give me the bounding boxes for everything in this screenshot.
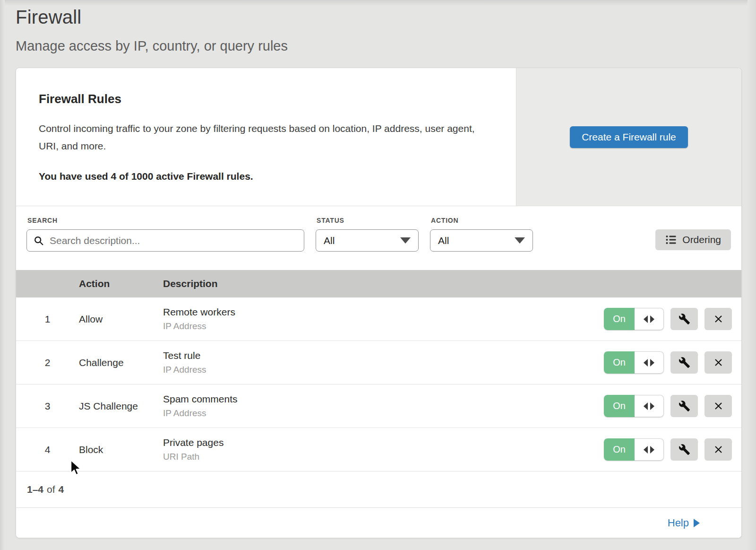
rule-description: Test rule (163, 350, 604, 361)
toggle-on-label: On (604, 438, 635, 461)
rule-match-type: URI Path (163, 452, 604, 462)
window-left-shadow (0, 0, 5, 550)
toggle-on-label: On (604, 308, 635, 330)
table-header: Action Description (16, 270, 741, 297)
window-right-shadow (747, 0, 756, 550)
card-footer: Help (16, 508, 741, 538)
rule-action: Block (79, 444, 163, 455)
edit-rule-button[interactable] (670, 438, 698, 461)
action-column-header: Action (79, 278, 163, 289)
toggle-handle[interactable] (635, 351, 664, 374)
toggle-on-label: On (604, 395, 635, 417)
help-link[interactable]: Help (668, 517, 700, 529)
arrow-right-icon (650, 315, 654, 323)
search-filter-group: SEARCH (26, 217, 304, 252)
table-row: 4 Block Private pages URI Path On (16, 428, 741, 471)
status-filter-group: STATUS All (316, 217, 419, 252)
rule-enabled-toggle[interactable]: On (604, 395, 664, 417)
rule-enabled-toggle[interactable]: On (604, 351, 664, 374)
rule-description-cell: Remote workers IP Address (163, 306, 604, 332)
ordering-button-label: Ordering (682, 234, 721, 245)
pagination: 1–4 of 4 (16, 471, 741, 508)
delete-rule-button[interactable] (704, 395, 732, 417)
chevron-down-icon (515, 237, 525, 244)
arrow-right-icon (650, 446, 654, 454)
close-icon (713, 444, 724, 455)
rule-action: Challenge (79, 357, 163, 368)
page-title: Firewall (16, 7, 756, 28)
search-icon (34, 236, 44, 246)
toggle-handle[interactable] (635, 308, 664, 330)
wrench-icon (679, 313, 690, 325)
page-header: Firewall Manage access by IP, country, o… (0, 0, 756, 54)
rule-controls: On (604, 308, 741, 330)
arrow-right-icon (650, 359, 654, 367)
rule-match-type: IP Address (163, 408, 604, 419)
arrow-left-icon (644, 446, 648, 454)
delete-rule-button[interactable] (704, 308, 732, 330)
action-filter-group: ACTION All (430, 217, 533, 252)
rule-controls: On (604, 351, 741, 374)
status-selected-value: All (324, 235, 335, 246)
action-select[interactable]: All (430, 229, 533, 252)
search-input[interactable] (50, 235, 297, 246)
arrow-right-icon (650, 402, 654, 410)
rule-enabled-toggle[interactable]: On (604, 438, 664, 461)
toggle-handle[interactable] (635, 438, 664, 461)
rule-description: Remote workers (163, 306, 604, 318)
action-label: ACTION (431, 217, 533, 224)
action-selected-value: All (438, 235, 449, 246)
list-ordering-icon (665, 234, 677, 245)
rule-controls: On (604, 438, 741, 461)
wrench-icon (679, 444, 690, 455)
page-subtitle: Manage access by IP, country, or query r… (16, 38, 756, 54)
rule-match-type: IP Address (163, 365, 604, 375)
rules-list: 1 Allow Remote workers IP Address On (16, 297, 741, 471)
overview-text-panel: Firewall Rules Control incoming traffic … (16, 68, 516, 206)
close-icon (713, 357, 724, 368)
pagination-total: 4 (59, 484, 64, 495)
toggle-handle[interactable] (635, 395, 664, 417)
arrow-left-icon (644, 402, 648, 410)
close-icon (713, 313, 724, 325)
ordering-button[interactable]: Ordering (655, 229, 731, 250)
table-row: 1 Allow Remote workers IP Address On (16, 297, 741, 341)
firewall-rules-card: Firewall Rules Control incoming traffic … (16, 68, 742, 538)
rule-description-cell: Test rule IP Address (163, 350, 604, 375)
close-icon (713, 400, 724, 412)
rule-priority: 3 (16, 401, 79, 412)
arrow-left-icon (644, 359, 648, 367)
rule-priority: 4 (16, 444, 79, 455)
overview-heading: Firewall Rules (39, 92, 493, 106)
search-box[interactable] (26, 229, 304, 252)
delete-rule-button[interactable] (704, 351, 732, 374)
status-select[interactable]: All (316, 229, 419, 252)
pagination-range: 1–4 (27, 484, 43, 495)
rule-action: JS Challenge (79, 401, 163, 412)
edit-rule-button[interactable] (670, 395, 698, 417)
create-firewall-rule-button[interactable]: Create a Firewall rule (570, 126, 688, 148)
chevron-down-icon (400, 237, 411, 244)
rule-controls: On (604, 395, 741, 417)
delete-rule-button[interactable] (704, 438, 732, 461)
wrench-icon (679, 357, 690, 368)
status-label: STATUS (317, 217, 419, 224)
help-label: Help (668, 517, 689, 529)
rule-description-cell: Spam comments IP Address (163, 393, 604, 419)
rule-priority: 1 (16, 314, 79, 325)
table-row: 2 Challenge Test rule IP Address On (16, 341, 741, 384)
wrench-icon (679, 400, 690, 412)
edit-rule-button[interactable] (670, 308, 698, 330)
arrow-right-icon (694, 519, 700, 527)
overview-usage-count: You have used 4 of 1000 active Firewall … (39, 171, 493, 182)
arrow-left-icon (644, 315, 648, 323)
filter-bar: SEARCH STATUS All ACTION All (16, 206, 741, 270)
overview-section: Firewall Rules Control incoming traffic … (16, 68, 741, 206)
rule-enabled-toggle[interactable]: On (604, 308, 664, 330)
table-row: 3 JS Challenge Spam comments IP Address … (16, 384, 741, 428)
rule-action: Allow (79, 314, 163, 325)
overview-description: Control incoming traffic to your zone by… (39, 120, 488, 155)
toggle-on-label: On (604, 351, 635, 374)
edit-rule-button[interactable] (670, 351, 698, 374)
description-column-header: Description (163, 278, 741, 289)
